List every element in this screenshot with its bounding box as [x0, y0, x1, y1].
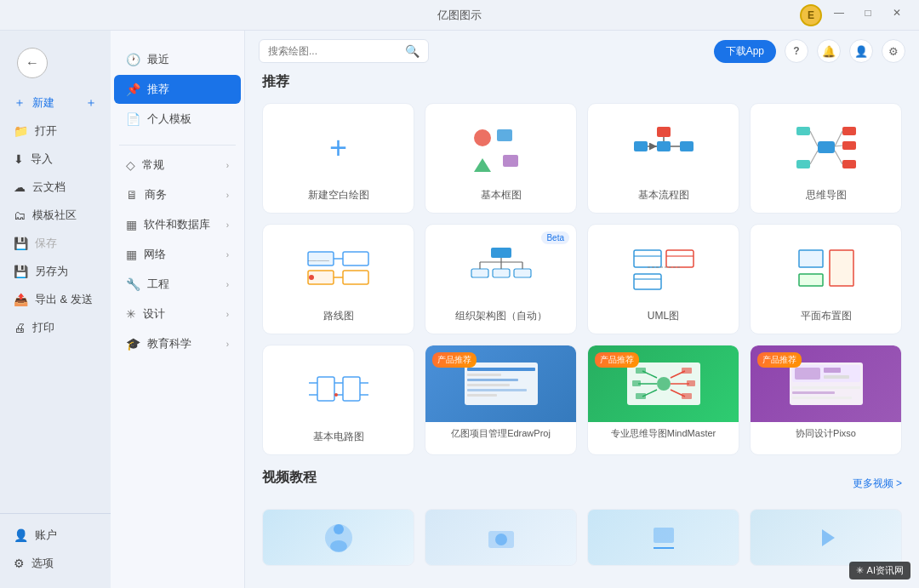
search-box[interactable]: 🔍: [259, 39, 429, 63]
back-button[interactable]: ←: [17, 48, 48, 78]
card-visual-uml: [596, 237, 730, 300]
nav-item-import[interactable]: ⬇ 导入: [3, 146, 107, 173]
video-grid: [262, 509, 902, 566]
notification-button[interactable]: 🔔: [817, 39, 841, 63]
search-icon: 🔍: [405, 44, 420, 58]
card-visual-org: [434, 237, 568, 300]
card-mind-map[interactable]: 思维导图: [750, 103, 902, 214]
minimize-button[interactable]: —: [827, 4, 851, 21]
chevron-business-icon: ›: [226, 191, 229, 200]
product-badge-mindmaster: 产品推荐: [595, 352, 639, 368]
card-visual-frame: [434, 116, 568, 180]
settings-button[interactable]: ⚙: [882, 39, 905, 63]
svg-rect-50: [343, 377, 360, 401]
svg-rect-6: [657, 127, 671, 137]
user-avatar[interactable]: E: [800, 4, 822, 26]
card-visual-new: +: [271, 116, 405, 180]
svg-rect-16: [842, 160, 856, 168]
chevron-education-icon: ›: [226, 340, 229, 349]
svg-rect-41: [666, 250, 694, 267]
download-app-button[interactable]: 下载App: [714, 40, 776, 63]
video-section-title: 视频教程: [262, 469, 317, 487]
svg-rect-76: [682, 368, 692, 374]
video-card-2[interactable]: [425, 509, 577, 566]
svg-rect-11: [818, 141, 835, 153]
card-label-circuit: 基本电路图: [313, 430, 364, 444]
content-toolbar: 🔍 下载App ? 🔔 👤 ⚙: [245, 31, 919, 70]
card-pixso[interactable]: 产品推荐: [750, 345, 902, 455]
chevron-general-icon: ›: [226, 161, 229, 170]
svg-rect-59: [467, 368, 535, 371]
card-edraw-proj[interactable]: 产品推荐 亿图项目管理Ed: [425, 345, 577, 455]
svg-line-21: [835, 151, 842, 164]
card-label-new: 新建空白绘图: [308, 188, 369, 203]
svg-rect-3: [503, 155, 518, 167]
help-button[interactable]: ?: [785, 39, 808, 63]
svg-rect-46: [799, 250, 823, 267]
cat-item-education[interactable]: 🎓 教育科学 ›: [114, 329, 241, 358]
video-card-3[interactable]: [587, 509, 739, 566]
card-uml[interactable]: UML图: [587, 224, 739, 334]
svg-rect-13: [796, 160, 810, 168]
more-videos-link[interactable]: 更多视频 >: [853, 477, 902, 491]
cat-item-engineering[interactable]: 🔧 工程 ›: [114, 270, 241, 299]
maximize-button[interactable]: □: [856, 4, 880, 21]
new-icon: ＋: [14, 95, 26, 111]
nav-item-open[interactable]: 📁 打开: [3, 117, 107, 145]
svg-rect-84: [792, 386, 860, 389]
nav-item-cloud[interactable]: ☁ 云文档: [3, 174, 107, 201]
cat-item-network[interactable]: ▦ 网络 ›: [114, 240, 241, 269]
nav-item-new[interactable]: ＋ 新建 ＋: [3, 89, 107, 117]
card-basic-flow[interactable]: 基本流程图: [587, 103, 739, 214]
card-org-chart[interactable]: Beta: [425, 224, 577, 334]
svg-rect-1: [497, 129, 512, 141]
card-basic-frame[interactable]: 基本框图: [425, 103, 577, 214]
saveas-icon: 💾: [14, 265, 28, 278]
product-badge-pixso: 产品推荐: [757, 352, 802, 368]
card-mindmaster[interactable]: 产品推荐: [587, 345, 739, 455]
nav-item-export[interactable]: 📤 导出 & 发送: [3, 286, 107, 313]
card-circuit[interactable]: 基本电路图: [262, 345, 414, 455]
share-button[interactable]: 👤: [849, 39, 873, 63]
search-input[interactable]: [268, 45, 400, 57]
svg-rect-92: [654, 528, 674, 543]
card-new-blank[interactable]: + 新建空白绘图: [262, 103, 414, 214]
product-badge-edraw: 产品推荐: [432, 352, 477, 368]
card-label-pixso: 协同设计Pixso: [792, 422, 859, 445]
cat-item-recent[interactable]: 🕐 最近: [114, 45, 241, 74]
nav-item-options[interactable]: ⚙ 选项: [3, 550, 107, 577]
card-visual-mind: [759, 116, 893, 180]
close-button[interactable]: ✕: [885, 4, 909, 21]
nav-item-save[interactable]: 💾 保存: [3, 230, 107, 257]
video-section: 视频教程 更多视频 >: [262, 469, 902, 566]
nav-item-account[interactable]: 👤 账户: [3, 522, 107, 549]
save-icon: 💾: [14, 237, 28, 250]
engineering-icon: 🔧: [126, 277, 140, 291]
chevron-engineering-icon: ›: [226, 280, 229, 289]
svg-rect-33: [514, 269, 531, 277]
svg-point-88: [334, 524, 344, 534]
cat-item-general[interactable]: ◇ 常规 ›: [114, 151, 241, 180]
svg-rect-73: [636, 368, 646, 374]
svg-point-0: [474, 129, 491, 146]
card-label-flow: 基本流程图: [638, 188, 689, 203]
cat-divider: [119, 145, 236, 146]
svg-rect-81: [795, 368, 820, 380]
nav-item-saveas[interactable]: 💾 另存为: [3, 258, 107, 285]
card-label-uml: UML图: [648, 309, 679, 323]
svg-line-19: [835, 131, 842, 146]
cat-item-recommend[interactable]: 📌 推荐: [114, 75, 241, 104]
options-icon: ⚙: [14, 557, 25, 570]
nav-item-template[interactable]: 🗂 模板社区: [3, 202, 107, 229]
card-route[interactable]: ─────── 路线图: [262, 224, 414, 334]
cat-item-personal[interactable]: 📄 个人模板: [114, 105, 241, 134]
nav-item-print[interactable]: 🖨 打印: [3, 314, 107, 341]
video-card-1[interactable]: [262, 509, 414, 566]
cat-item-software-db[interactable]: ▦ 软件和数据库 ›: [114, 210, 241, 239]
cat-item-business[interactable]: 🖥 商务 ›: [114, 180, 241, 209]
titlebar: 亿图图示 E — □ ✕: [0, 0, 919, 31]
card-floor-plan[interactable]: 平面布置图: [750, 224, 902, 334]
video-card-4[interactable]: [750, 509, 902, 566]
recommend-section: 推荐 + 新建空白绘图: [262, 73, 902, 455]
cat-item-design[interactable]: ✳ 设计 ›: [114, 300, 241, 328]
